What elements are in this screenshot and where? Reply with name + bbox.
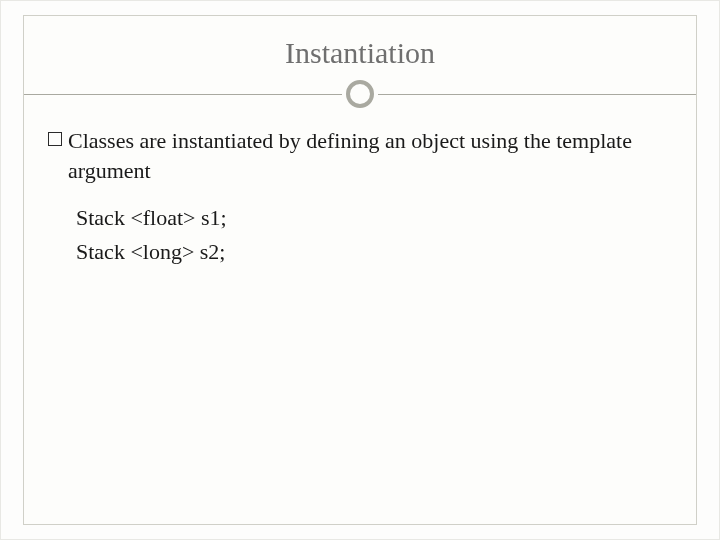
divider-ornament [342, 76, 378, 112]
slide: Instantiation Classes are instantiated b… [0, 0, 720, 540]
content-box: Instantiation Classes are instantiated b… [23, 15, 697, 525]
code-line-2: Stack <long> s2; [76, 237, 672, 267]
slide-title: Instantiation [24, 36, 696, 70]
slide-body: Classes are instantiated by defining an … [48, 126, 672, 271]
circle-icon [346, 80, 374, 108]
bullet-text: Classes are instantiated by defining an … [68, 126, 672, 185]
square-bullet-icon [48, 132, 62, 146]
bullet-item: Classes are instantiated by defining an … [48, 126, 672, 185]
code-line-1: Stack <float> s1; [76, 203, 672, 233]
code-block: Stack <float> s1; Stack <long> s2; [76, 203, 672, 266]
